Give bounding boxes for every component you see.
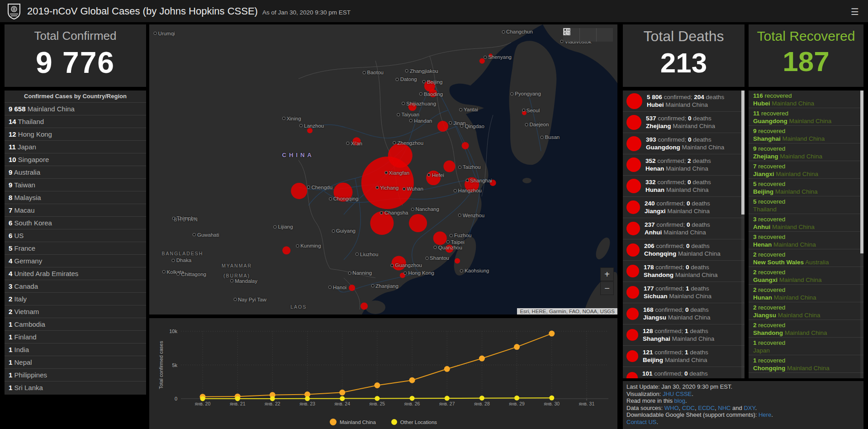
deaths-region-row[interactable]: 206 confirmed; 0 deathsChongqing Mainlan… [623, 239, 745, 261]
confirmed-country-row[interactable]: 6 South Korea [5, 216, 146, 229]
map-case-bubble[interactable] [462, 142, 469, 149]
info-link[interactable]: ECDC [698, 405, 715, 411]
deaths-region-row[interactable]: 177 confirmed; 1 deathsSichuan Mainland … [623, 282, 745, 303]
data-point[interactable] [549, 396, 554, 400]
deaths-region-row[interactable]: 101 confirmed; 0 deathsFujian Mainland C… [623, 367, 745, 378]
confirmed-country-row[interactable]: 4 United Arab Emirates [5, 267, 146, 280]
map-case-bubble[interactable] [307, 128, 313, 133]
confirmed-country-row[interactable]: 11 Japan [5, 140, 146, 153]
map-canvas[interactable] [149, 24, 617, 315]
info-link[interactable]: CDC [682, 405, 695, 411]
confirmed-country-row[interactable]: 10 Singapore [5, 153, 146, 166]
confirmed-country-row[interactable]: 3 Canada [5, 280, 146, 292]
confirmed-country-row[interactable]: 1 Sri Lanka [5, 381, 146, 394]
recovered-region-row[interactable]: 116 recoveredHubei Mainland China [749, 91, 863, 108]
data-point[interactable] [375, 396, 379, 401]
info-link[interactable]: DXY [744, 405, 755, 411]
recovered-region-row[interactable]: 5 recoveredThailand [749, 196, 863, 214]
recovered-region-row[interactable]: 2 recoveredGuangxi Mainland China [749, 267, 863, 285]
confirmed-country-row[interactable]: 4 Germany [5, 254, 146, 267]
recovered-region-row[interactable]: 2 recoveredNew South Wales Australia [749, 249, 863, 267]
confirmed-country-row[interactable]: 9 Taiwan [5, 178, 146, 191]
recovered-region-row[interactable]: 3 recoveredAnhui Mainland China [749, 214, 863, 232]
confirmed-country-row[interactable]: 14 Thailand [5, 115, 146, 128]
confirmed-country-row[interactable]: 5 France [5, 242, 146, 254]
data-point[interactable] [445, 396, 450, 401]
recovered-region-row[interactable]: 2 recoveredShandong Mainland China [749, 320, 863, 338]
data-point[interactable] [339, 390, 345, 396]
deaths-scrollbar-thumb[interactable] [741, 91, 745, 214]
deaths-region-row[interactable]: 537 confirmed; 0 deathsZhejiang Mainland… [623, 112, 745, 133]
legend-item[interactable]: Other Locations [391, 419, 437, 425]
confirmed-country-row[interactable]: 9 Australia [5, 166, 146, 178]
data-point[interactable] [479, 356, 485, 362]
confirmed-country-row[interactable]: 9 658 Mainland China [5, 102, 146, 115]
basemap-icon[interactable] [596, 28, 613, 42]
confirmed-country-row[interactable]: 7 Macau [5, 204, 146, 216]
data-point[interactable] [270, 396, 275, 401]
recovered-region-row[interactable]: 3 recoveredHenan Mainland China [749, 232, 863, 249]
data-point[interactable] [514, 344, 520, 350]
recovered-scrollbar-thumb[interactable] [860, 91, 863, 253]
recovered-region-row[interactable]: 9 recoveredZhejiang Mainland China [749, 143, 863, 161]
data-point[interactable] [444, 366, 450, 372]
map[interactable]: UrumqiChangchunShenyangVladivostokBaotou… [149, 24, 617, 315]
data-point[interactable] [374, 382, 380, 388]
zoom-out-button[interactable]: − [600, 281, 614, 295]
confirmed-country-row[interactable]: 12 Hong Kong [5, 128, 146, 140]
deaths-region-row[interactable]: 237 confirmed; 0 deathsAnhui Mainland Ch… [623, 218, 745, 239]
data-point[interactable] [200, 396, 205, 401]
confirmed-country-row[interactable]: 2 Italy [5, 292, 146, 305]
confirmed-country-row[interactable]: 1 India [5, 343, 146, 356]
data-point[interactable] [340, 396, 345, 401]
map-case-bubble[interactable] [360, 302, 368, 310]
map-case-bubble[interactable] [409, 214, 427, 232]
recovered-region-row[interactable]: 9 recoveredShanghai Mainland China [749, 126, 863, 143]
confirmed-country-row[interactable]: 6 US [5, 229, 146, 242]
info-link[interactable]: NHC [718, 405, 730, 411]
zoom-in-button[interactable]: + [600, 267, 614, 281]
hamburger-menu-icon[interactable]: ☰ [851, 6, 859, 17]
info-link[interactable]: Here [759, 411, 771, 418]
info-link[interactable]: JHU CSSE [663, 391, 692, 397]
recovered-region-row[interactable]: 2 recoveredHunan Mainland China [749, 285, 863, 302]
deaths-region-row[interactable]: 121 confirmed; 1 deathsBeijing Mainland … [623, 346, 745, 367]
map-case-bubble[interactable] [282, 246, 290, 254]
deaths-region-row[interactable]: 128 confirmed; 1 deathsShanghai Mainland… [623, 324, 745, 346]
data-point[interactable] [479, 396, 484, 400]
recovered-region-row[interactable]: 1 recoveredChongqing Mainland China [749, 355, 863, 373]
legend-icon[interactable] [579, 28, 596, 42]
confirmed-country-row[interactable]: 1 Cambodia [5, 318, 146, 330]
map-case-bubble[interactable] [433, 231, 447, 245]
info-link[interactable]: WHO [664, 405, 679, 411]
map-case-bubble[interactable] [455, 258, 460, 263]
deaths-region-row[interactable]: 332 confirmed; 0 deathsHunan Mainland Ch… [623, 176, 745, 197]
confirmed-country-row[interactable]: 1 Finland [5, 330, 146, 343]
map-case-bubble[interactable] [291, 183, 307, 199]
legend-item[interactable]: Mainland China [330, 419, 376, 425]
map-case-bubble[interactable] [443, 160, 455, 172]
deaths-region-row[interactable]: 5 806 confirmed; 204 deathsHubei Mainlan… [623, 91, 745, 112]
confirmed-country-row[interactable]: 1 Philippines [5, 368, 146, 381]
map-case-bubble[interactable] [437, 121, 448, 132]
recovered-region-row[interactable]: 2 recoveredJiangsu Mainland China [749, 302, 863, 320]
data-point[interactable] [409, 377, 415, 383]
timeline-chart[interactable]: янв. 20янв. 21янв. 22янв. 23янв. 24янв. … [149, 318, 617, 429]
info-link[interactable]: Contact US [626, 419, 656, 425]
data-point[interactable] [549, 331, 555, 337]
deaths-region-row[interactable]: 168 confirmed; 0 deathsJiangsu Mainland … [623, 303, 745, 324]
info-link[interactable]: blog [674, 397, 686, 404]
map-case-bubble[interactable] [349, 285, 355, 291]
recovered-region-row[interactable]: 7 recoveredJiangxi Mainland China [749, 161, 863, 179]
deaths-region-row[interactable]: 393 confirmed; 0 deathsGuangdong Mainlan… [623, 133, 745, 154]
confirmed-country-row[interactable]: 8 Malaysia [5, 191, 146, 204]
confirmed-country-row[interactable]: 1 Nepal [5, 356, 146, 368]
confirmed-country-row[interactable]: 2 Vietnam [5, 305, 146, 318]
recovered-region-row[interactable]: 1 recoveredJapan [749, 338, 863, 355]
recovered-region-row[interactable]: 11 recoveredGuangdong Mainland China [749, 108, 863, 126]
deaths-region-row[interactable]: 352 confirmed; 2 deathsHenan Mainland Ch… [623, 154, 745, 176]
deaths-region-row[interactable]: 178 confirmed; 0 deathsShandong Mainland… [623, 261, 745, 282]
deaths-region-row[interactable]: 240 confirmed; 0 deathsJiangxi Mainland … [623, 197, 745, 218]
map-case-bubble[interactable] [388, 143, 413, 168]
recovered-region-row[interactable]: 5 recoveredBeijing Mainland China [749, 179, 863, 196]
